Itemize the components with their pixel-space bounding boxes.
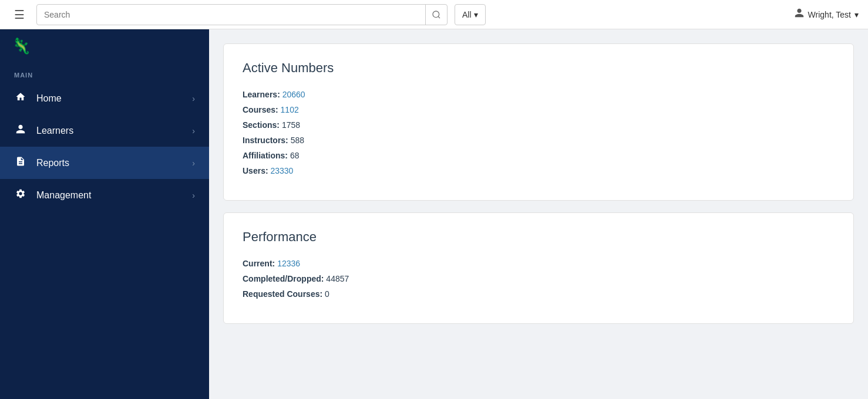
sidebar: 🦎 MAIN Home › Learners › — [0, 29, 209, 399]
logo-icon: 🦎 — [12, 36, 31, 59]
stat-row: Completed/Dropped: 44857 — [243, 274, 835, 283]
management-arrow-icon: › — [192, 191, 195, 200]
reports-arrow-icon: › — [192, 158, 195, 168]
search-button[interactable] — [425, 4, 447, 25]
active-numbers-title: Active Numbers — [243, 60, 835, 76]
stat-row: Requested Courses: 0 — [243, 289, 835, 299]
stat-row: Sections: 1758 — [243, 120, 835, 130]
active-numbers-card: Active Numbers Learners: 20660Courses: 1… — [223, 43, 854, 201]
stat-value[interactable]: 12336 — [277, 259, 300, 268]
main-content: Active Numbers Learners: 20660Courses: 1… — [209, 29, 868, 399]
user-name: Wright, Test — [808, 10, 851, 19]
svg-line-1 — [438, 16, 440, 18]
menu-icon[interactable]: ☰ — [9, 5, 29, 24]
stat-label: Requested Courses: — [243, 289, 325, 299]
stat-row: Courses: 1102 — [243, 105, 835, 114]
management-icon — [14, 188, 27, 202]
search-input[interactable] — [37, 10, 425, 19]
sidebar-item-home[interactable]: Home › — [0, 82, 209, 114]
stat-value[interactable]: 20660 — [282, 90, 305, 99]
sidebar-item-home-label: Home — [36, 93, 183, 104]
stat-label: Affiliations: — [243, 151, 290, 160]
stat-row: Affiliations: 68 — [243, 151, 835, 160]
user-arrow-icon: ▾ — [854, 10, 859, 19]
sidebar-item-learners[interactable]: Learners › — [0, 114, 209, 147]
brand-logo-svg: 🦎 — [12, 36, 31, 55]
stat-value[interactable]: 1102 — [281, 105, 299, 114]
stat-label: Learners: — [243, 90, 282, 99]
stat-value: 44857 — [326, 274, 349, 283]
learners-arrow-icon: › — [192, 126, 195, 136]
stat-value[interactable]: 23330 — [270, 166, 293, 175]
search-icon — [432, 10, 441, 19]
sidebar-item-reports-label: Reports — [36, 158, 183, 168]
user-icon — [794, 8, 805, 21]
sidebar-item-management-label: Management — [36, 190, 183, 201]
stat-label: Users: — [243, 166, 270, 175]
person-icon — [794, 8, 805, 18]
learners-icon — [14, 124, 27, 137]
performance-card: Performance Current: 12336Completed/Drop… — [223, 212, 854, 324]
filter-arrow-icon: ▾ — [474, 10, 478, 19]
performance-stats: Current: 12336Completed/Dropped: 44857Re… — [243, 259, 835, 299]
stat-label: Sections: — [243, 120, 282, 130]
stat-label: Courses: — [243, 105, 281, 114]
stat-row: Current: 12336 — [243, 259, 835, 268]
reports-icon — [14, 156, 27, 170]
active-numbers-stats: Learners: 20660Courses: 1102Sections: 17… — [243, 90, 835, 175]
home-arrow-icon: › — [192, 94, 195, 103]
stat-value: 0 — [325, 289, 329, 299]
performance-title: Performance — [243, 229, 835, 245]
stat-label: Completed/Dropped: — [243, 274, 326, 283]
stat-value: 68 — [290, 151, 300, 160]
filter-label: All — [462, 10, 472, 19]
stat-label: Instructors: — [243, 136, 291, 145]
stat-label: Current: — [243, 259, 277, 268]
filter-button[interactable]: All ▾ — [455, 4, 486, 25]
search-wrapper — [36, 4, 448, 25]
layout: 🦎 MAIN Home › Learners › — [0, 29, 868, 399]
sidebar-logo: 🦎 — [0, 29, 209, 65]
svg-point-0 — [433, 11, 439, 18]
stat-value: 588 — [291, 136, 304, 145]
sidebar-section-label: MAIN — [0, 65, 209, 82]
user-menu[interactable]: Wright, Test ▾ — [794, 8, 859, 21]
sidebar-item-reports[interactable]: Reports › — [0, 147, 209, 179]
svg-text:🦎: 🦎 — [12, 36, 31, 55]
header: ☰ All ▾ Wright, Test ▾ — [0, 0, 868, 29]
stat-row: Instructors: 588 — [243, 136, 835, 145]
sidebar-item-learners-label: Learners — [36, 126, 183, 136]
home-icon — [14, 92, 27, 105]
stat-row: Users: 23330 — [243, 166, 835, 175]
stat-value: 1758 — [282, 120, 300, 130]
stat-row: Learners: 20660 — [243, 90, 835, 99]
sidebar-item-management[interactable]: Management › — [0, 179, 209, 211]
